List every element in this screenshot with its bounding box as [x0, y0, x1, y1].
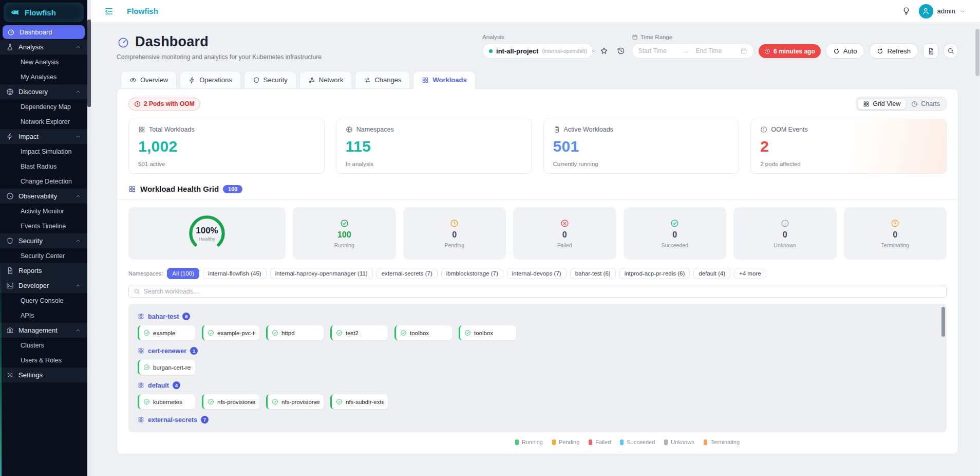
lightbulb-icon[interactable] — [902, 7, 911, 15]
sidebar-item-impact-simulation[interactable]: Impact Simulation — [0, 144, 87, 159]
flask-icon — [6, 43, 14, 51]
tab-label: Security — [263, 76, 288, 84]
namespace-chip-ibmblockstorage-7[interactable]: ibmblockstorage (7) — [441, 268, 503, 279]
workload-item-nfs-provisioner-im[interactable]: nfs-provisioner-im... — [202, 394, 259, 409]
sidebar-item-settings[interactable]: Settings — [0, 368, 87, 382]
sidebar-item-events-timeline[interactable]: Events Timeline — [0, 218, 87, 233]
tab-label: Network — [319, 76, 344, 84]
start-time-field[interactable]: Start Time — [638, 47, 680, 54]
sidebar-item-security[interactable]: Security — [0, 233, 87, 248]
chevron-up-icon — [75, 44, 81, 50]
workload-item-test2[interactable]: test2 — [330, 325, 388, 340]
workload-group-name: bahar-test — [148, 313, 179, 320]
sidebar-item-reports[interactable]: Reports — [0, 263, 87, 278]
sidebar-item-my-analyses[interactable]: My Analyses — [0, 69, 87, 84]
namespace-chip-intprod-acp-pr-redis-6[interactable]: intprod-acp-pr-redis (6) — [619, 268, 690, 279]
stat-card-header: Active Workloads — [553, 126, 730, 133]
namespace-chip-internal-flowfish-45[interactable]: internal-flowfish (45) — [203, 268, 267, 279]
namespace-chip-internal-haproxy-openmanager-11[interactable]: internal-haproxy-openmanager (11) — [270, 268, 373, 279]
legend-swatch — [664, 440, 668, 445]
pie-chart-icon — [911, 101, 918, 107]
analysis-select[interactable]: int-all-project (internal-openshift) — [482, 43, 593, 59]
refresh-button[interactable]: Refresh — [869, 43, 918, 59]
auto-refresh-button[interactable]: Auto — [825, 43, 865, 59]
clock-circle-icon — [891, 219, 899, 228]
workload-item-nfs-subdir-extern[interactable]: nfs-subdir-extern... — [330, 394, 388, 409]
sidebar-item-query-console[interactable]: Query Console — [0, 293, 87, 308]
gauge-percent: 100% — [196, 226, 218, 236]
namespace-chip-external-secrets-7[interactable]: external-secrets (7) — [376, 268, 438, 279]
workload-item-example[interactable]: example — [138, 325, 195, 340]
sidebar-scrollbar-thumb[interactable] — [87, 20, 91, 107]
status-legend: RunningPendingFailedSucceededUnknownTerm… — [218, 439, 980, 445]
page-title: Dashboard — [135, 34, 209, 50]
end-time-field[interactable]: End Time — [693, 47, 737, 54]
tab-overview[interactable]: Overview — [121, 71, 177, 89]
export-report-button[interactable] — [923, 43, 938, 59]
page-scrollbar[interactable] — [975, 23, 980, 476]
sidebar-item-label: Query Console — [21, 297, 63, 304]
sidebar-item-developer[interactable]: Developer — [0, 278, 87, 293]
tab-operations[interactable]: Operations — [180, 71, 241, 89]
charts-view-toggle[interactable]: Charts — [906, 98, 945, 109]
namespace-chip-all-100[interactable]: All (100) — [167, 268, 199, 279]
workload-item-kubernetes[interactable]: kubernetes — [138, 394, 195, 409]
app-logo[interactable]: Flowfish — [4, 3, 84, 22]
tab-label: Overview — [140, 76, 168, 84]
sidebar-item-analysis[interactable]: Analysis — [0, 40, 87, 54]
namespace-chips: All (100)internal-flowfish (45)internal-… — [167, 268, 766, 279]
workload-item-example-pvc-test[interactable]: example-pvc-test — [202, 325, 259, 340]
sidebar-item-change-detection[interactable]: Change Detection — [0, 174, 87, 189]
sidebar-item-new-analysis[interactable]: New Analysis — [0, 54, 87, 69]
grid-view-toggle[interactable]: Grid View — [857, 98, 906, 109]
sidebar-item-network-explorer[interactable]: Network Explorer — [0, 114, 87, 129]
user-menu[interactable]: admin — [919, 4, 966, 19]
topbar: Flowfish admin — [91, 0, 980, 23]
sidebar-item-label: Settings — [18, 371, 43, 379]
sidebar-item-users-roles[interactable]: Users & Roles — [0, 353, 87, 368]
namespace-chip-4-more[interactable]: +4 more — [734, 268, 766, 279]
sidebar-item-impact[interactable]: Impact — [0, 129, 87, 144]
sidebar-item-activity-monitor[interactable]: Activity Monitor — [0, 204, 87, 218]
sidebar-item-clusters[interactable]: Clusters — [0, 338, 87, 353]
sidebar-item-dependency-map[interactable]: Dependency Map — [0, 99, 87, 114]
workload-item-toolbox[interactable]: toolbox — [459, 325, 516, 340]
sidebar-item-management[interactable]: Management — [0, 323, 87, 338]
stat-cards: Total Workloads1,002501 activeNamespaces… — [128, 119, 947, 174]
page-controls: Analysis int-all-project (internal-opens… — [482, 34, 958, 59]
search-input[interactable] — [144, 288, 941, 295]
sidebar-item-discovery[interactable]: Discovery — [0, 84, 87, 99]
workload-item-burgan-cert-rene[interactable]: burgan-cert-rene... — [138, 360, 195, 375]
workload-item-nfs-provisioner-nf[interactable]: nfs-provisioner-nf... — [266, 394, 324, 409]
search-button[interactable] — [943, 43, 958, 59]
sidebar-item-blast-radius[interactable]: Blast Radius — [0, 159, 87, 174]
favorite-star-icon[interactable] — [598, 43, 610, 59]
time-range-picker[interactable]: Start Time → End Time — [632, 43, 754, 59]
sidebar-item-observability[interactable]: Observability — [0, 189, 87, 204]
sidebar-collapse-icon[interactable] — [104, 7, 114, 16]
namespace-chip-bahar-test-6[interactable]: bahar-test (6) — [570, 268, 616, 279]
grid-scrollbar-thumb[interactable] — [941, 307, 945, 337]
namespace-chip-internal-devops-7[interactable]: internal-devops (7) — [507, 268, 567, 279]
page-title-block: Dashboard Comprehensive monitoring and a… — [117, 34, 322, 61]
history-icon[interactable] — [615, 43, 627, 59]
sidebar-scrollbar[interactable] — [87, 0, 91, 476]
tab-network[interactable]: Network — [299, 71, 352, 89]
section-title: Workload Health Grid — [140, 185, 219, 193]
sidebar-item-security-center[interactable]: Security Center — [0, 248, 87, 263]
file-export-icon — [927, 47, 935, 55]
tab-workloads[interactable]: Workloads — [413, 71, 475, 89]
workload-search[interactable] — [128, 285, 947, 298]
stat-card-header: OOM Events — [760, 126, 937, 133]
eye-icon — [129, 77, 137, 84]
oom-alert-badge: 2 Pods with OOM — [128, 98, 200, 111]
sidebar-item-dashboard[interactable]: Dashboard — [3, 25, 85, 39]
workload-item-toolbox[interactable]: toolbox — [394, 325, 452, 340]
gear-icon — [6, 371, 14, 379]
tab-security[interactable]: Security — [244, 71, 296, 89]
workload-item-httpd[interactable]: httpd — [266, 325, 324, 340]
sidebar-item-apis[interactable]: APIs — [0, 308, 87, 323]
tab-changes[interactable]: Changes — [355, 71, 410, 89]
page-scrollbar-thumb[interactable] — [975, 29, 979, 76]
namespace-chip-default-4[interactable]: default (4) — [693, 268, 730, 279]
